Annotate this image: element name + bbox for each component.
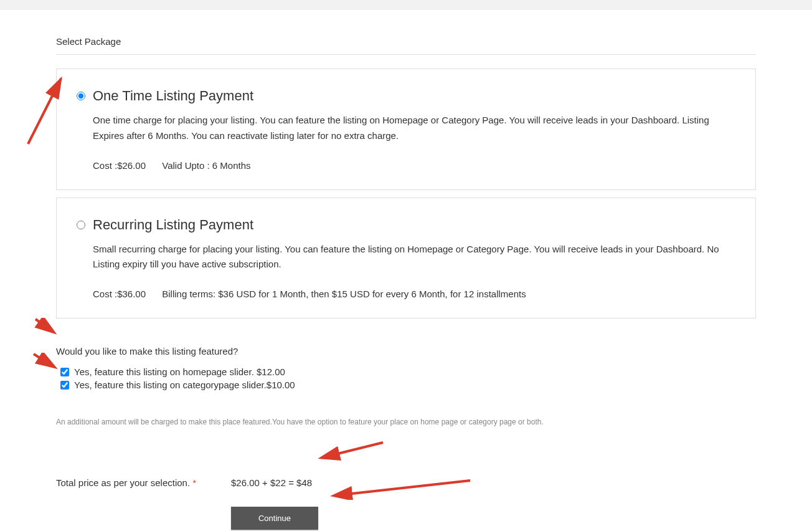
- package-cost: Cost :$26.00: [93, 160, 146, 171]
- total-label-text: Total price as per your selection.: [56, 477, 192, 488]
- package-cost: Cost :$36.00: [93, 289, 146, 299]
- package-title-recurring: Recurring Listing Payment: [93, 217, 253, 233]
- package-option-one-time[interactable]: One Time Listing Payment One time charge…: [56, 69, 756, 190]
- feature-note: An additional amount will be charged to …: [56, 416, 756, 428]
- feature-option-homepage[interactable]: Yes, feature this listing on homepage sl…: [60, 365, 756, 378]
- annotation-arrow-icon: [34, 318, 58, 335]
- page-container: Select Package One Time Listing Payment …: [56, 10, 756, 531]
- annotation-arrow-icon: [318, 440, 386, 462]
- package-option-recurring[interactable]: Recurring Listing Payment Small recurrin…: [56, 198, 756, 319]
- section-title: Select Package: [56, 10, 756, 55]
- svg-line-2: [34, 354, 54, 366]
- checkbox-categorypage-slider[interactable]: [60, 381, 69, 390]
- required-marker: *: [192, 477, 196, 488]
- package-meta-recurring: Cost :$36.00 Billing terms: $36 USD for …: [77, 289, 735, 299]
- radio-recurring[interactable]: [77, 221, 85, 229]
- feature-option-categorypage[interactable]: Yes, feature this listing on categorypag…: [60, 378, 756, 391]
- total-row: Total price as per your selection. * $26…: [56, 477, 756, 488]
- package-validity: Valid Upto : 6 Months: [162, 160, 250, 171]
- total-label: Total price as per your selection. *: [56, 477, 231, 488]
- top-bar: [0, 0, 812, 10]
- continue-button[interactable]: Continue: [231, 507, 318, 530]
- total-value: $26.00 + $22 = $48: [231, 477, 312, 488]
- package-desc-recurring: Small recurring charge for placing your …: [77, 242, 735, 273]
- featured-question: Would you like to make this listing feat…: [56, 346, 756, 356]
- feature-label-homepage: Yes, feature this listing on homepage sl…: [74, 366, 285, 377]
- radio-one-time[interactable]: [77, 92, 85, 100]
- annotation-arrow-icon: [32, 353, 59, 370]
- svg-line-1: [35, 319, 53, 332]
- package-billing: Billing terms: $36 USD for 1 Month, then…: [162, 289, 526, 299]
- checkbox-homepage-slider[interactable]: [60, 368, 69, 376]
- package-desc-one-time: One time charge for placing your listing…: [77, 113, 735, 144]
- svg-line-3: [323, 442, 383, 457]
- package-meta-one-time: Cost :$26.00 Valid Upto : 6 Months: [77, 160, 735, 171]
- feature-label-categorypage: Yes, feature this listing on categorypag…: [74, 380, 295, 390]
- package-title-one-time: One Time Listing Payment: [93, 88, 253, 104]
